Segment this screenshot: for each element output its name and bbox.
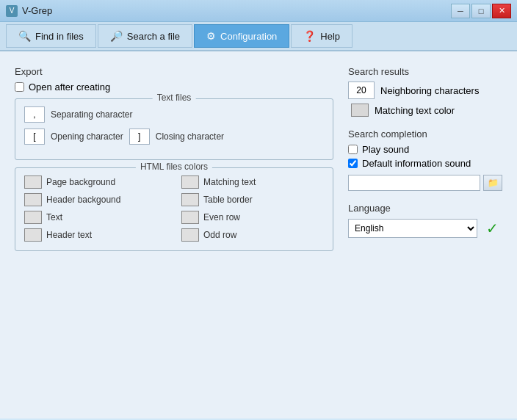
app-icon: V bbox=[6, 5, 18, 17]
tab-configuration[interactable]: ⚙ Configuration bbox=[194, 24, 289, 48]
play-sound-label: Play sound bbox=[362, 144, 409, 155]
page-background-label: Page background bbox=[46, 177, 115, 187]
help-icon: ❓ bbox=[303, 30, 316, 42]
matching-text-color-row: Matching text color bbox=[348, 104, 502, 117]
color-col-left: Page background Header backgound Text He… bbox=[24, 175, 167, 242]
color-row-even-row: Even row bbox=[181, 211, 324, 224]
matching-text-swatch[interactable] bbox=[181, 175, 199, 189]
browse-icon: 📁 bbox=[488, 178, 499, 188]
checkmark-icon: ✓ bbox=[486, 220, 499, 237]
color-row-table-border: Table border bbox=[181, 193, 324, 206]
tab-help-label: Help bbox=[320, 31, 340, 42]
opening-char-input[interactable] bbox=[24, 128, 45, 145]
title-bar-controls: ─ □ ✕ bbox=[451, 4, 511, 18]
language-select[interactable]: English French German Spanish bbox=[348, 219, 477, 238]
color-row-odd-row: Odd row bbox=[181, 228, 324, 242]
search-completion-section: Search completion Play sound Default inf… bbox=[348, 128, 502, 191]
tab-find-in-files-label: Find in files bbox=[35, 31, 84, 42]
default-sound-label: Default information sound bbox=[362, 158, 471, 169]
header-text-swatch[interactable] bbox=[24, 228, 42, 242]
default-sound-row: Default information sound bbox=[348, 158, 502, 169]
sound-file-input[interactable] bbox=[348, 175, 480, 191]
export-section-label: Export bbox=[15, 66, 333, 77]
open-after-creating-row: Open after creating bbox=[15, 82, 333, 93]
color-row-page-bg: Page background bbox=[24, 175, 167, 189]
neighboring-characters-input[interactable] bbox=[348, 82, 375, 99]
separating-char-input[interactable] bbox=[24, 106, 45, 123]
play-sound-row: Play sound bbox=[348, 144, 502, 155]
left-panel: Export Open after creating Text files Se… bbox=[15, 66, 333, 404]
search-results-section: Search results Neighboring characters Ma… bbox=[348, 66, 502, 117]
page-background-swatch[interactable] bbox=[24, 175, 42, 189]
tab-find-in-files[interactable]: 🔍 Find in files bbox=[6, 24, 96, 48]
color-row-header-text: Header text bbox=[24, 228, 167, 242]
search-a-file-icon: 🔎 bbox=[110, 30, 123, 42]
opening-char-label: Opening character bbox=[51, 131, 123, 142]
text-files-group-title: Text files bbox=[153, 93, 196, 103]
color-col-right: Matching text Table border Even row Odd … bbox=[181, 175, 324, 242]
neighboring-characters-row: Neighboring characters bbox=[348, 82, 502, 99]
separating-char-label: Separating character bbox=[51, 109, 132, 120]
tab-bar: 🔍 Find in files 🔎 Search a file ⚙ Config… bbox=[0, 22, 517, 51]
matching-text-label: Matching text bbox=[203, 177, 256, 187]
text-label: Text bbox=[46, 212, 62, 222]
table-border-swatch[interactable] bbox=[181, 193, 199, 206]
text-swatch[interactable] bbox=[24, 211, 42, 224]
default-sound-checkbox[interactable] bbox=[348, 159, 358, 168]
html-colors-group: HTML files colors Page background Header… bbox=[15, 167, 333, 251]
table-border-label: Table border bbox=[203, 195, 253, 205]
color-grid: Page background Header backgound Text He… bbox=[24, 175, 324, 242]
opening-char-row: Opening character Closing character bbox=[24, 128, 324, 145]
minimize-button[interactable]: ─ bbox=[451, 4, 470, 18]
language-section: Language English French German Spanish ✓ bbox=[348, 203, 502, 239]
closing-char-label: Closing character bbox=[156, 131, 224, 142]
search-completion-label: Search completion bbox=[348, 128, 502, 140]
right-panel: Search results Neighboring characters Ma… bbox=[348, 66, 502, 404]
even-row-label: Even row bbox=[203, 212, 240, 222]
language-label: Language bbox=[348, 203, 502, 214]
sound-file-row: 📁 bbox=[348, 175, 502, 191]
odd-row-swatch[interactable] bbox=[181, 228, 199, 242]
color-row-matching-text: Matching text bbox=[181, 175, 324, 189]
color-row-header-bg: Header backgound bbox=[24, 193, 167, 206]
play-sound-checkbox[interactable] bbox=[348, 145, 358, 154]
close-button[interactable]: ✕ bbox=[492, 4, 511, 18]
separating-char-row: Separating character bbox=[24, 106, 324, 123]
html-colors-group-title: HTML files colors bbox=[136, 162, 212, 172]
tab-configuration-label: Configuration bbox=[220, 31, 277, 42]
window-title: V-Grep bbox=[22, 5, 52, 16]
tab-help[interactable]: ❓ Help bbox=[291, 24, 352, 48]
closing-char-input[interactable] bbox=[129, 128, 150, 145]
even-row-swatch[interactable] bbox=[181, 211, 199, 224]
neighboring-characters-label: Neighboring characters bbox=[380, 85, 479, 96]
language-row: English French German Spanish ✓ bbox=[348, 218, 502, 239]
maximize-button[interactable]: □ bbox=[471, 4, 491, 18]
tab-search-a-file[interactable]: 🔎 Search a file bbox=[98, 24, 192, 48]
configuration-icon: ⚙ bbox=[206, 30, 216, 42]
title-bar-left: V V-Grep bbox=[6, 5, 52, 17]
color-row-text: Text bbox=[24, 211, 167, 224]
odd-row-label: Odd row bbox=[203, 230, 236, 240]
content-area: Export Open after creating Text files Se… bbox=[0, 51, 517, 419]
apply-language-button[interactable]: ✓ bbox=[482, 218, 502, 239]
find-in-files-icon: 🔍 bbox=[18, 30, 31, 42]
tab-search-a-file-label: Search a file bbox=[127, 31, 180, 42]
header-background-swatch[interactable] bbox=[24, 193, 42, 206]
matching-color-swatch[interactable] bbox=[351, 104, 369, 117]
search-results-label: Search results bbox=[348, 66, 502, 77]
text-files-group: Text files Separating character Opening … bbox=[15, 98, 333, 160]
header-text-label: Header text bbox=[46, 230, 92, 240]
header-background-label: Header backgound bbox=[46, 195, 120, 205]
open-after-creating-label: Open after creating bbox=[29, 82, 110, 93]
title-bar: V V-Grep ─ □ ✕ bbox=[0, 0, 517, 22]
open-after-creating-checkbox[interactable] bbox=[15, 82, 24, 92]
matching-text-color-label: Matching text color bbox=[375, 105, 455, 116]
browse-sound-button[interactable]: 📁 bbox=[483, 175, 502, 191]
